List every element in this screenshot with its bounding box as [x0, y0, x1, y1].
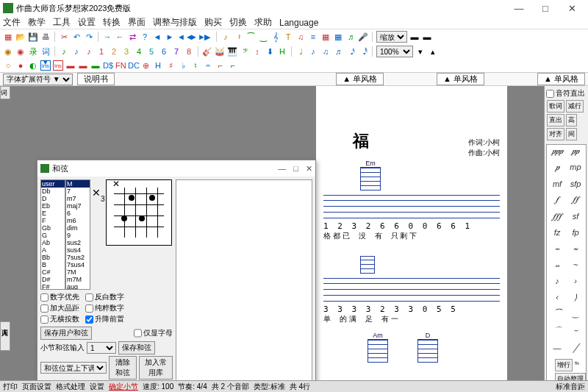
- save-icon[interactable]: 💾: [28, 32, 38, 42]
- chord-type-list[interactable]: M 7m7maj7 6m6dim 9sus2sus4 7sus27sus47M …: [65, 179, 90, 290]
- status-format[interactable]: 格式处理: [56, 382, 85, 392]
- tool-c-icon[interactable]: 录: [28, 46, 38, 57]
- tab-staff-2[interactable]: [323, 278, 500, 302]
- save-user-chord-button[interactable]: 保存用户和弦: [40, 327, 92, 340]
- tie-icon[interactable]: ⁀: [245, 32, 256, 42]
- save-chord-button[interactable]: 保存和弦: [118, 341, 155, 354]
- chord-icon[interactable]: ▦: [333, 32, 343, 42]
- redo-icon[interactable]: ↷: [84, 32, 94, 42]
- zoomin-icon[interactable]: ▴: [428, 46, 438, 57]
- blank-fret-check[interactable]: 无横按数: [40, 314, 79, 324]
- sym-f[interactable]: 𝆑: [548, 195, 566, 210]
- search-icon[interactable]: ?: [140, 32, 150, 42]
- r3k-icon[interactable]: DC: [128, 60, 138, 71]
- drum-icon[interactable]: 🥁: [215, 46, 225, 57]
- r3o-icon[interactable]: ♭: [178, 60, 188, 71]
- delete-chord-button[interactable]: 清除和弦: [109, 356, 137, 379]
- dialog-maximize[interactable]: □: [293, 164, 298, 174]
- prev-icon[interactable]: ◄◄: [177, 32, 187, 42]
- sym-pp[interactable]: 𝆏𝆏: [567, 146, 584, 162]
- num6-icon[interactable]: 6: [159, 46, 169, 57]
- sym-dim[interactable]: ⟩: [567, 293, 584, 308]
- big-fret-check[interactable]: 加大品距: [40, 303, 79, 313]
- r3l-icon[interactable]: ⊕: [140, 60, 151, 71]
- num-priority-check[interactable]: 数字优先: [40, 292, 79, 302]
- menu-language[interactable]: Language: [279, 18, 318, 28]
- pick-icon[interactable]: ⬇: [265, 46, 275, 57]
- r3m-icon[interactable]: H: [153, 60, 163, 71]
- num3-icon[interactable]: 3: [121, 46, 132, 57]
- sym-line2[interactable]: ╱: [567, 343, 584, 359]
- tool-a-icon[interactable]: ◉: [3, 46, 13, 57]
- help-tab[interactable]: 说明书: [77, 73, 115, 85]
- r3h-icon[interactable]: ▬: [90, 60, 101, 71]
- grid-icon[interactable]: ▦: [320, 32, 331, 42]
- dyn3-icon[interactable]: ♫: [320, 46, 331, 57]
- sym-wave[interactable]: ~: [567, 260, 584, 276]
- new-icon[interactable]: ▦: [3, 32, 13, 42]
- chord-preview-diagram[interactable]: ✕ 3: [106, 179, 172, 246]
- reduce-row-btn[interactable]: 减行: [566, 100, 584, 113]
- tool-f-icon[interactable]: ♪: [71, 46, 82, 57]
- status-bar-confirm[interactable]: 确定小节: [109, 382, 138, 392]
- direct-btn[interactable]: 直出: [547, 114, 564, 126]
- clef-icon[interactable]: 𝄞: [270, 32, 281, 42]
- bar2-icon[interactable]: ▬: [422, 32, 432, 42]
- status-page[interactable]: 页面设置: [22, 382, 51, 392]
- cut-icon[interactable]: ✂: [59, 32, 69, 42]
- menu-switch[interactable]: 切换: [229, 16, 247, 29]
- text-icon[interactable]: T: [283, 32, 293, 42]
- menu-file[interactable]: 文件: [3, 16, 21, 29]
- tool-g-icon[interactable]: ♪: [84, 46, 94, 57]
- sym-trill[interactable]: 𝆗: [548, 243, 566, 259]
- note2-icon[interactable]: ♫: [295, 32, 306, 42]
- font-expand-select[interactable]: 字体扩展符号 ▼: [3, 74, 73, 85]
- hammer-icon[interactable]: H: [277, 46, 287, 57]
- sym-mp[interactable]: mp: [567, 163, 584, 178]
- sym-grace[interactable]: ♪: [548, 277, 566, 291]
- left-icon[interactable]: ◄: [152, 32, 162, 42]
- rest-icon[interactable]: 𝄽: [233, 32, 243, 42]
- guitar-icon[interactable]: 🎸: [202, 46, 212, 57]
- left-strip-2[interactable]: 调入库: [0, 321, 10, 351]
- tab-staff-1[interactable]: [323, 195, 500, 218]
- style-tab-1[interactable]: ▲ 单风格: [336, 73, 384, 85]
- sym-turn[interactable]: 𝆙: [567, 243, 584, 259]
- inverse-num-check[interactable]: 反白数字: [85, 292, 124, 302]
- open-icon[interactable]: 📂: [15, 32, 26, 42]
- pure-num-check[interactable]: 纯粹数字: [85, 303, 124, 313]
- menu-layout[interactable]: 调整与排版: [153, 16, 197, 29]
- menu-help[interactable]: 求助: [254, 16, 272, 29]
- r3s-icon[interactable]: ⌐: [228, 60, 238, 71]
- status-print[interactable]: 打印: [3, 382, 18, 392]
- strum-icon[interactable]: ↕: [252, 46, 262, 57]
- tool-d-icon[interactable]: 词▾: [40, 46, 51, 57]
- r3j-icon[interactable]: FN: [115, 60, 126, 71]
- letter-only-check[interactable]: 仅显字母: [134, 327, 173, 339]
- add-lib-button[interactable]: 加入常用库: [139, 356, 173, 379]
- sym-p[interactable]: 𝆏: [548, 163, 566, 178]
- minimize-button[interactable]: —: [506, 3, 532, 14]
- lyric-icon[interactable]: ♬: [345, 32, 356, 42]
- lyric-btn[interactable]: 歌词: [547, 100, 564, 113]
- r3p-icon[interactable]: ♮: [190, 60, 201, 71]
- undo-icon[interactable]: ↶: [71, 32, 82, 42]
- minor-input-select[interactable]: 1: [87, 342, 116, 354]
- maximize-button[interactable]: □: [532, 3, 559, 14]
- back-icon[interactable]: ←: [115, 32, 125, 42]
- bar1-icon[interactable]: ▬: [409, 32, 420, 42]
- print-icon[interactable]: 🖶: [40, 32, 51, 42]
- staff-icon[interactable]: ≡: [308, 32, 318, 42]
- r3e-icon[interactable]: ins: [53, 60, 63, 71]
- tool-b-icon[interactable]: ◉: [15, 46, 26, 57]
- link-icon[interactable]: ⇄: [127, 32, 137, 42]
- gap-btn[interactable]: 间: [566, 128, 577, 140]
- pos-adjust-select[interactable]: 和弦位置上下调整: [40, 362, 107, 374]
- sym-ff[interactable]: 𝆑𝆑: [567, 195, 584, 210]
- sym-sf[interactable]: sf: [567, 212, 584, 227]
- sym-tie1[interactable]: ⌒: [548, 325, 566, 342]
- align-btn[interactable]: 对齐: [547, 128, 564, 140]
- sym-line1[interactable]: —: [548, 343, 566, 359]
- left-strip-1[interactable]: 词: [0, 86, 10, 99]
- increase-row-btn[interactable]: 增行: [555, 359, 573, 371]
